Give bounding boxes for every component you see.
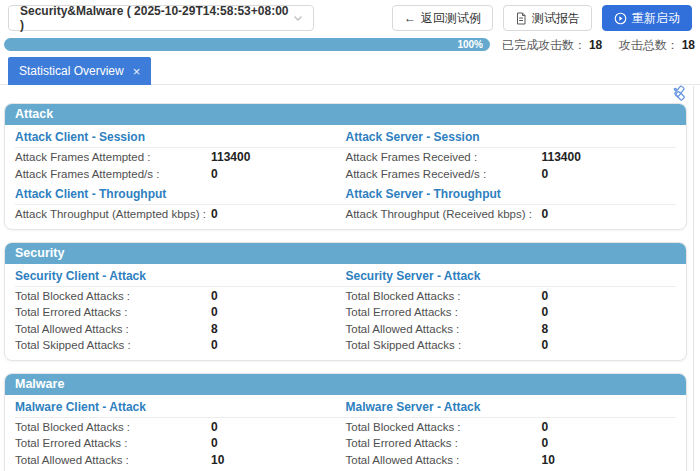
stat-value: 0 <box>211 207 218 221</box>
total-attacks-value: 18 <box>682 38 695 52</box>
stat-label: Attack Frames Received/s : <box>346 168 542 180</box>
stat-row: Attack Throughput (Received kbps) :0 <box>346 206 677 223</box>
tab-statistical-overview[interactable]: Statistical Overview × <box>8 57 151 85</box>
stat-value: 113400 <box>211 150 250 164</box>
tab-label: Statistical Overview <box>19 64 124 78</box>
close-icon[interactable]: × <box>133 65 141 78</box>
stat-row: Total Blocked Attacks :0 <box>15 288 346 305</box>
group-heading: Attack Client - Session <box>15 125 346 148</box>
progress-bar: 100% <box>4 38 490 51</box>
stat-row: Total Allowed Attacks :10 <box>346 452 677 469</box>
stat-row: Total Skipped Attacks :0 <box>346 337 677 354</box>
attack-stats: 已完成攻击数：18 攻击总数：18 <box>502 38 695 52</box>
content-toolbar <box>671 85 688 103</box>
stat-row: Total Allowed Attacks :8 <box>346 321 677 338</box>
section-column: Attack Server - SessionAttack Frames Rec… <box>346 125 677 223</box>
stat-row: Attack Frames Received/s :0 <box>346 166 677 183</box>
total-attacks-label: 攻击总数： <box>619 38 679 52</box>
stat-label: Attack Throughput (Attempted kbps) : <box>15 208 211 220</box>
tab-bar: Statistical Overview × <box>0 57 700 85</box>
section-body: Attack Client - SessionAttack Frames Att… <box>5 125 686 229</box>
section-card-security: SecuritySecurity Client - AttackTotal Bl… <box>4 242 687 361</box>
stat-value: 0 <box>542 289 549 303</box>
section-title: Security <box>5 243 686 264</box>
stat-row: Attack Frames Attempted :113400 <box>15 149 346 166</box>
stat-row: Total Blocked Attacks :0 <box>15 419 346 436</box>
arrow-left-icon: ← <box>404 11 416 25</box>
play-circle-icon <box>614 12 627 25</box>
group-heading: Malware Client - Attack <box>15 395 346 418</box>
group-heading: Attack Server - Session <box>346 125 677 148</box>
stat-value: 8 <box>211 322 218 336</box>
stat-value: 8 <box>542 322 549 336</box>
restart-button[interactable]: 重新启动 <box>602 5 692 31</box>
stat-value: 0 <box>542 305 549 319</box>
stat-label: Total Skipped Attacks : <box>346 339 542 351</box>
stat-value: 0 <box>211 167 218 181</box>
group-heading: Attack Server - Throughput <box>346 182 677 205</box>
stat-label: Total Blocked Attacks : <box>15 421 211 433</box>
stat-value: 10 <box>542 453 555 467</box>
stat-label: Total Skipped Attacks : <box>15 339 211 351</box>
stat-label: Total Errored Attacks : <box>15 437 211 449</box>
test-report-button[interactable]: 测试报告 <box>503 5 592 31</box>
stat-value: 0 <box>211 420 218 434</box>
stat-label: Attack Throughput (Received kbps) : <box>346 208 542 220</box>
stat-row: Attack Frames Received :113400 <box>346 149 677 166</box>
stat-row: Total Allowed Attacks :8 <box>15 321 346 338</box>
stat-row: Attack Frames Attempted/s :0 <box>15 166 346 183</box>
stat-value: 10 <box>211 453 224 467</box>
completed-attacks-label: 已完成攻击数： <box>502 38 586 52</box>
group-heading: Security Client - Attack <box>15 264 346 287</box>
section-body: Malware Client - AttackTotal Blocked Att… <box>5 395 686 471</box>
topbar: Security&Malware ( 2025-10-29T14:58:53+0… <box>0 0 700 34</box>
stat-row: Total Allowed Attacks :10 <box>15 452 346 469</box>
section-column: Attack Client - SessionAttack Frames Att… <box>15 125 346 223</box>
stat-label: Attack Frames Received : <box>346 151 542 163</box>
group-heading: Attack Client - Throughput <box>15 182 346 205</box>
stat-row: Total Skipped Attacks :0 <box>15 337 346 354</box>
stat-row: Total Blocked Attacks :0 <box>346 419 677 436</box>
completed-attacks-value: 18 <box>589 38 602 52</box>
stat-label: Total Errored Attacks : <box>346 437 542 449</box>
section-title: Malware <box>5 374 686 395</box>
stat-row: Total Errored Attacks :0 <box>15 304 346 321</box>
restart-label: 重新启动 <box>632 10 680 27</box>
section-title: Attack <box>5 104 686 125</box>
scrollbar[interactable] <box>693 86 694 471</box>
stat-label: Total Blocked Attacks : <box>346 290 542 302</box>
stat-label: Total Blocked Attacks : <box>346 421 542 433</box>
stat-row: Total Errored Attacks :0 <box>15 435 346 452</box>
stat-label: Total Blocked Attacks : <box>15 290 211 302</box>
stat-label: Attack Frames Attempted/s : <box>15 168 211 180</box>
stat-value: 0 <box>542 420 549 434</box>
stat-value: 0 <box>542 167 549 181</box>
progress-percent: 100% <box>457 38 483 51</box>
stat-row: Total Errored Attacks :0 <box>346 435 677 452</box>
stat-label: Total Errored Attacks : <box>15 306 211 318</box>
stat-value: 113400 <box>542 150 581 164</box>
chevron-down-icon <box>292 12 304 24</box>
stat-value: 0 <box>542 207 549 221</box>
stat-row: Total Errored Attacks :0 <box>346 304 677 321</box>
stat-value: 0 <box>542 436 549 450</box>
stat-label: Total Allowed Attacks : <box>15 323 211 335</box>
back-to-testcase-button[interactable]: ← 返回测试例 <box>392 5 493 31</box>
stat-row: Attack Throughput (Attempted kbps) :0 <box>15 206 346 223</box>
section-column: Security Server - AttackTotal Blocked At… <box>346 264 677 354</box>
stat-label: Total Allowed Attacks : <box>346 454 542 466</box>
section-column: Malware Client - AttackTotal Blocked Att… <box>15 395 346 471</box>
section-card-attack: AttackAttack Client - SessionAttack Fram… <box>4 103 687 230</box>
stat-value: 0 <box>211 338 218 352</box>
stat-row: Total Blocked Attacks :0 <box>346 288 677 305</box>
stat-label: Attack Frames Attempted : <box>15 151 211 163</box>
stat-value: 0 <box>542 338 549 352</box>
section-card-malware: MalwareMalware Client - AttackTotal Bloc… <box>4 373 687 471</box>
section-body: Security Client - AttackTotal Blocked At… <box>5 264 686 360</box>
stat-label: Total Allowed Attacks : <box>346 323 542 335</box>
test-case-select[interactable]: Security&Malware ( 2025-10-29T14:58:53+0… <box>8 5 314 31</box>
group-heading: Malware Server - Attack <box>346 395 677 418</box>
stat-value: 0 <box>211 305 218 319</box>
topbar-buttons: ← 返回测试例 测试报告 重新启动 <box>392 5 692 31</box>
stat-value: 0 <box>211 436 218 450</box>
